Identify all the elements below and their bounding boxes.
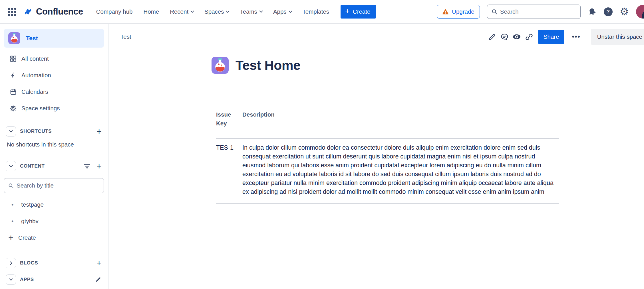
shortcuts-title: SHORTCUTS (20, 129, 52, 134)
global-search[interactable] (487, 5, 581, 19)
nav-recent[interactable]: Recent (170, 8, 194, 15)
sidebar-item-space-test[interactable]: Test (4, 29, 104, 48)
shortcuts-empty-text: No shortcuts in this space (7, 141, 104, 148)
confluence-logo-icon (23, 7, 33, 17)
page-actions: Share ••• Unstar this space (486, 28, 644, 45)
search-icon (491, 9, 498, 15)
issues-table: Issue Key Description TES-1 In culpa dol… (216, 110, 559, 203)
calendar-icon (9, 88, 17, 95)
page-title-row: Test Home (212, 57, 300, 74)
chevron-down-icon (259, 9, 263, 13)
upgrade-button[interactable]: Upgrade (437, 5, 480, 19)
lightning-icon (9, 72, 17, 79)
grid-icon (9, 55, 17, 62)
content-section-header: CONTENT + (4, 161, 104, 171)
help-icon[interactable]: ? (604, 7, 613, 16)
comment-icon[interactable] (498, 30, 511, 44)
nav-teams[interactable]: Teams (240, 8, 262, 15)
more-icon[interactable]: ••• (568, 33, 584, 41)
content-title: CONTENT (20, 163, 45, 169)
expand-blogs-button[interactable] (6, 258, 16, 268)
chevron-down-icon (9, 277, 13, 281)
content-search-input[interactable] (17, 182, 100, 189)
confluence-home-link[interactable]: Confluence (23, 7, 83, 17)
unstar-tooltip: Unstar this space (591, 29, 644, 45)
nav-templates[interactable]: Templates (303, 8, 329, 15)
search-input[interactable] (500, 8, 576, 15)
chevron-down-icon (190, 9, 194, 13)
settings-gear-icon[interactable]: ⚙ (620, 7, 629, 17)
shortcuts-section-header: SHORTCUTS + (4, 126, 104, 137)
content-search[interactable] (4, 178, 104, 193)
notifications-bell-icon[interactable] (588, 7, 597, 16)
edit-apps-pencil-icon[interactable] (95, 276, 102, 283)
page-tree: • testpage • gtyhbv + Create (4, 196, 104, 246)
space-avatar-flask-icon (8, 32, 20, 44)
sidebar-item-calendars[interactable]: Calendars (4, 84, 104, 100)
page-emoji-flask-icon[interactable] (212, 57, 229, 74)
plus-icon: + (8, 233, 13, 242)
edit-pencil-icon[interactable] (486, 30, 498, 44)
column-header-issue-key: Issue Key (216, 110, 242, 128)
collapse-apps-button[interactable] (6, 274, 16, 285)
page-content: Test (108, 24, 644, 289)
page-item-testpage[interactable]: • testpage (4, 196, 104, 213)
sidebar-item-space-settings[interactable]: Space settings (4, 100, 104, 117)
chevron-down-icon (9, 129, 13, 133)
sidebar-item-automation[interactable]: Automation (4, 67, 104, 84)
share-button[interactable]: Share (538, 30, 565, 44)
copy-link-icon[interactable] (523, 30, 535, 44)
create-button[interactable]: + Create (341, 5, 376, 19)
add-blog-button[interactable]: + (96, 259, 102, 268)
apps-section-header: APPS (4, 274, 104, 285)
chevron-down-icon (289, 9, 292, 13)
filter-icon[interactable] (83, 162, 91, 170)
nav-company-hub[interactable]: Company hub (96, 8, 133, 15)
space-sidebar: Test All content Aut (0, 24, 108, 289)
nav-spaces[interactable]: Spaces (204, 8, 229, 15)
brand-wordmark: Confluence (36, 7, 83, 17)
collapse-shortcuts-button[interactable] (6, 126, 16, 137)
chevron-down-icon (9, 164, 13, 167)
gear-icon (9, 105, 17, 112)
table-header-row: Issue Key Description (216, 110, 559, 139)
user-avatar[interactable] (636, 5, 644, 19)
bullet-icon: • (11, 201, 13, 208)
top-navigation-bar: Confluence Company hub Home Recent Space… (0, 0, 644, 24)
blogs-section-header: BLOGS + (4, 258, 104, 268)
breadcrumb[interactable]: Test (120, 33, 131, 40)
warning-icon (442, 9, 449, 15)
blogs-title: BLOGS (20, 260, 38, 266)
watch-eye-icon[interactable] (511, 30, 523, 44)
page-item-gtyhbv[interactable]: • gtyhbv (4, 213, 104, 229)
sidebar-create-page-button[interactable]: + Create (4, 229, 104, 246)
table-row: TES-1 In culpa dolor cillum commodo dolo… (216, 139, 559, 203)
sidebar-items: All content Automation Calendars (4, 50, 104, 117)
page-title: Test Home (236, 58, 300, 73)
nav-apps[interactable]: Apps (273, 8, 292, 15)
app-switcher-icon[interactable] (7, 7, 17, 17)
chevron-down-icon (226, 9, 230, 13)
primary-nav: Company hub Home Recent Spaces Teams App… (96, 8, 329, 15)
nav-home[interactable]: Home (143, 8, 159, 15)
bullet-icon: • (11, 218, 13, 225)
topbar-right-group: Upgrade ? ⚙ (437, 5, 644, 19)
chevron-right-icon (9, 261, 12, 265)
apps-title: APPS (20, 277, 34, 282)
sidebar-item-all-content[interactable]: All content (4, 50, 104, 67)
add-content-button[interactable]: + (96, 162, 102, 171)
space-name: Test (26, 35, 38, 42)
description-cell: In culpa dolor cillum commodo dolor ea c… (242, 143, 559, 196)
plus-icon: + (345, 7, 350, 16)
search-icon (8, 183, 14, 188)
column-header-description: Description (242, 110, 559, 128)
collapse-content-button[interactable] (6, 161, 16, 171)
issue-key-cell: TES-1 (216, 143, 242, 196)
add-shortcut-button[interactable]: + (96, 127, 102, 136)
